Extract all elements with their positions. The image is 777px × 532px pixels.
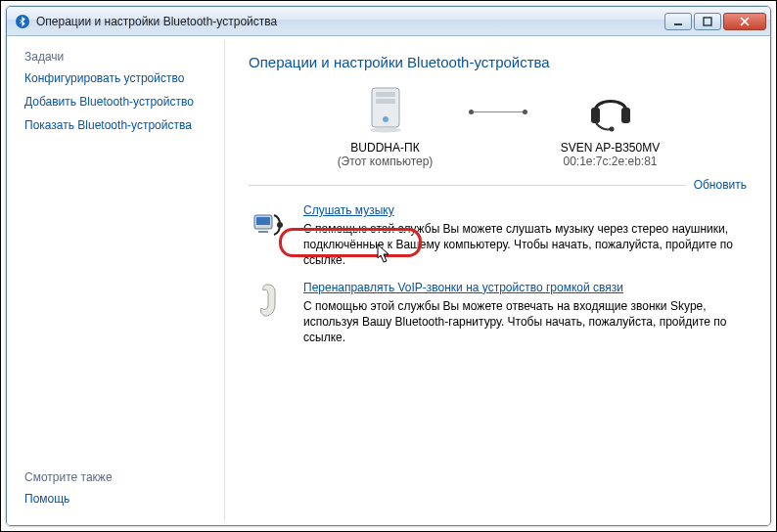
- sidebar-link-show-devices[interactable]: Показать Bluetooth-устройства: [24, 118, 212, 132]
- sidebar-link-help[interactable]: Помощь: [24, 492, 212, 506]
- close-button[interactable]: [723, 13, 766, 30]
- service-music-desc: С помощью этой службы Вы можете слушать …: [303, 221, 747, 269]
- svg-rect-9: [621, 108, 630, 123]
- content-area: Задачи Конфигурировать устройство Добави…: [7, 36, 770, 525]
- sidebar-link-add-device[interactable]: Добавить Bluetooth-устройство: [24, 95, 212, 109]
- main-panel: Операции и настройки Bluetooth-устройств…: [225, 36, 770, 525]
- service-voip: Перенаправлять VoIP-звонки на устройство…: [249, 281, 747, 346]
- window-title: Операции и настройки Bluetooth-устройств…: [36, 15, 664, 28]
- svg-point-7: [370, 128, 401, 133]
- maximize-button[interactable]: [694, 13, 721, 30]
- svg-rect-12: [256, 217, 270, 225]
- refresh-link[interactable]: Обновить: [694, 178, 747, 192]
- svg-rect-2: [704, 18, 711, 25]
- music-service-icon: [249, 203, 288, 269]
- device-connector: [469, 110, 527, 114]
- device-remote: SVEN AP-B350MV 00:1e:7c:2e:eb:81: [527, 84, 694, 168]
- voip-service-icon: [249, 281, 288, 346]
- svg-rect-8: [591, 108, 600, 123]
- device-remote-mac: 00:1e:7c:2e:eb:81: [527, 155, 694, 168]
- service-voip-desc: С помощью этой службы Вы можете отвечать…: [303, 298, 747, 346]
- sidebar-link-configure[interactable]: Конфигурировать устройство: [24, 71, 212, 85]
- bluetooth-icon: [15, 14, 30, 29]
- device-local-sub: (Этот компьютер): [302, 155, 469, 168]
- device-local: BUDDHA-ПК (Этот компьютер): [302, 84, 469, 168]
- svg-point-10: [609, 127, 614, 132]
- titlebar[interactable]: Операции и настройки Bluetooth-устройств…: [7, 7, 770, 36]
- sidebar: Задачи Конфигурировать устройство Добави…: [7, 36, 224, 525]
- svg-rect-13: [258, 231, 268, 233]
- refresh-row: Обновить: [249, 178, 747, 192]
- minimize-button[interactable]: [664, 13, 692, 30]
- device-pair-row: BUDDHA-ПК (Этот компьютер): [249, 84, 747, 168]
- service-music: Слушать музыку С помощью этой службы Вы …: [249, 203, 747, 269]
- svg-point-14: [277, 222, 283, 228]
- sidebar-tasks-header: Задачи: [24, 50, 212, 64]
- svg-rect-1: [674, 23, 682, 25]
- device-local-name: BUDDHA-ПК: [302, 141, 469, 155]
- screenshot-frame: Операции и настройки Bluetooth-устройств…: [0, 0, 777, 532]
- headset-icon: [527, 84, 694, 135]
- app-window: Операции и настройки Bluetooth-устройств…: [6, 6, 771, 526]
- svg-rect-4: [376, 92, 395, 97]
- device-remote-name: SVEN AP-B350MV: [527, 141, 694, 155]
- svg-rect-5: [376, 99, 395, 104]
- window-controls: [664, 13, 766, 30]
- page-title: Операции и настройки Bluetooth-устройств…: [249, 54, 747, 70]
- sidebar-see-also-header: Смотрите также: [24, 470, 212, 484]
- service-music-link[interactable]: Слушать музыку: [303, 203, 394, 217]
- service-voip-link[interactable]: Перенаправлять VoIP-звонки на устройство…: [303, 281, 623, 294]
- computer-icon: [302, 84, 469, 135]
- svg-point-6: [383, 116, 388, 122]
